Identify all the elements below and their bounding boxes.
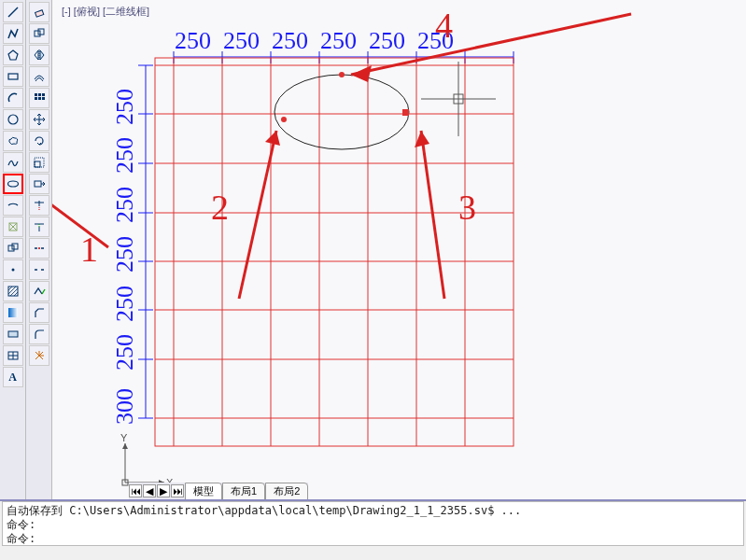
join-tool[interactable] [29,281,49,301]
ucs-icon: X Y [118,434,174,490]
svg-point-4 [7,181,18,187]
cmd-line-3: 命令: [7,532,739,546]
stretch-tool[interactable] [29,174,49,194]
ann-3: 3 [458,188,476,227]
tab-layout2[interactable]: 布局2 [265,483,308,500]
svg-rect-6 [8,245,14,251]
ann-2: 2 [211,188,229,227]
array-tool[interactable] [29,88,49,108]
pline-tool[interactable] [3,23,23,44]
svg-rect-20 [38,93,41,96]
hatch-tool[interactable] [3,281,23,301]
gradient-tool[interactable] [3,302,23,323]
svg-rect-17 [38,29,44,35]
dim-left-0: 300 [111,388,138,425]
draw-toolbar: A [0,0,26,499]
svg-marker-1 [8,50,18,60]
svg-text:Y: Y [120,434,128,443]
trim-tool[interactable] [29,195,49,216]
tab-layout1[interactable]: 布局1 [222,483,265,500]
tab-prev-icon[interactable]: ◀ [143,484,156,497]
spline-tool[interactable] [3,152,23,173]
point-tool[interactable] [3,259,23,280]
fillet-tool[interactable] [29,324,49,344]
dim-top-2: 250 [272,27,308,54]
svg-rect-15 [35,10,43,17]
arc-tool[interactable] [3,88,23,108]
svg-rect-19 [35,93,37,96]
copy-tool[interactable] [29,23,49,44]
revcloud-tool[interactable] [3,131,23,151]
dim-top-4: 250 [369,27,405,54]
cmd-line-1: 自动保存到 C:\Users\Administrator\appdata\loc… [7,504,739,518]
rect-tool[interactable] [3,66,23,87]
svg-rect-58 [155,58,514,446]
dim-top-3: 250 [320,27,357,54]
ellipse-arc-tool[interactable] [3,195,23,216]
region-tool[interactable] [3,324,23,344]
tab-model[interactable]: 模型 [185,483,222,500]
svg-point-36 [38,247,40,249]
svg-rect-25 [35,161,40,167]
ellipse-tool[interactable] [3,174,23,194]
circle-tool[interactable] [3,109,23,130]
svg-rect-22 [35,97,37,100]
command-history: 自动保存到 C:\Users\Administrator\appdata\loc… [2,501,744,546]
drawing-canvas[interactable]: [-] [俯视] [二维线框] 250 250 250 250 250 250 … [52,0,746,499]
rotate-tool[interactable] [29,131,49,151]
svg-rect-27 [35,181,41,187]
svg-rect-2 [8,74,18,79]
dim-top-0: 250 [175,27,211,54]
chamfer-tool[interactable] [29,302,49,323]
svg-rect-23 [38,97,41,100]
offset-tool[interactable] [29,66,49,87]
svg-rect-11 [8,331,18,337]
grip-top[interactable] [339,72,345,77]
svg-rect-26 [35,158,44,167]
tab-last-icon[interactable]: ⏭ [171,484,184,497]
dim-top-1: 250 [223,27,260,54]
drawing-svg: 250 250 250 250 250 250 300 250 250 250 … [52,0,743,457]
erase-tool[interactable] [29,2,49,22]
break-at-tool[interactable] [29,238,49,259]
dim-left-2: 250 [111,286,138,322]
tab-first-icon[interactable]: ⏮ [129,484,142,497]
crosshair-cursor [421,62,496,136]
scale-tool[interactable] [29,152,49,173]
block-tool[interactable] [3,238,23,259]
svg-rect-21 [42,93,45,96]
table-tool[interactable] [3,345,23,366]
break-tool[interactable] [29,259,49,280]
dim-left-6: 250 [111,89,138,125]
app-frame: A [-] [俯视] [二维线框] 250 250 250 250 250 25… [0,0,746,499]
grip-right[interactable] [402,109,409,116]
dim-left-5: 250 [111,137,138,174]
dim-left-4: 250 [111,187,138,223]
extend-tool[interactable] [29,217,49,237]
layout-tabs: ⏮ ◀ ▶ ⏭ 模型 布局1 布局2 [129,483,308,499]
mirror-tool[interactable] [29,45,49,65]
move-tool[interactable] [29,109,49,130]
line-tool[interactable] [3,2,23,22]
svg-line-39 [42,289,45,294]
polygon-tool[interactable] [3,45,23,65]
dim-left-3: 250 [111,236,138,273]
svg-rect-9 [8,287,18,296]
svg-rect-10 [8,308,18,317]
svg-rect-16 [35,31,40,36]
mtext-tool[interactable]: A [3,367,23,387]
ann-1: 1 [80,230,98,269]
command-window[interactable]: 自动保存到 C:\Users\Administrator\appdata\loc… [0,499,746,560]
explode-tool[interactable] [29,345,49,366]
dim-left-1: 250 [111,334,138,371]
ellipse-object[interactable] [274,75,409,149]
svg-point-3 [8,115,18,124]
grip-left[interactable] [281,117,287,122]
tab-next-icon[interactable]: ▶ [157,484,170,497]
insert-tool[interactable] [3,217,23,237]
dim-ticks-left [138,65,153,418]
svg-rect-24 [42,97,45,100]
svg-point-8 [11,269,14,272]
svg-rect-7 [12,244,18,249]
svg-line-0 [8,7,18,17]
